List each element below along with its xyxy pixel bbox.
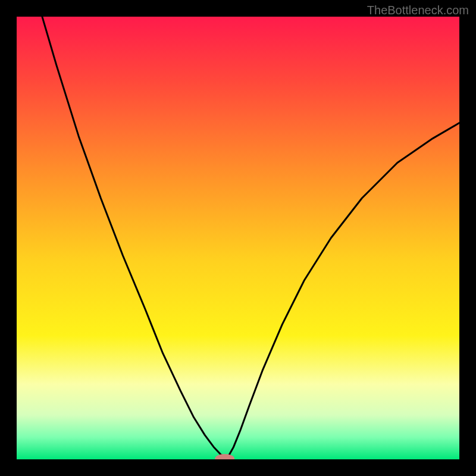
plot-background <box>17 17 459 459</box>
watermark-text: TheBottleneck.com <box>367 4 469 17</box>
chart-svg <box>0 0 476 476</box>
chart-stage: TheBottleneck.com <box>0 0 476 476</box>
